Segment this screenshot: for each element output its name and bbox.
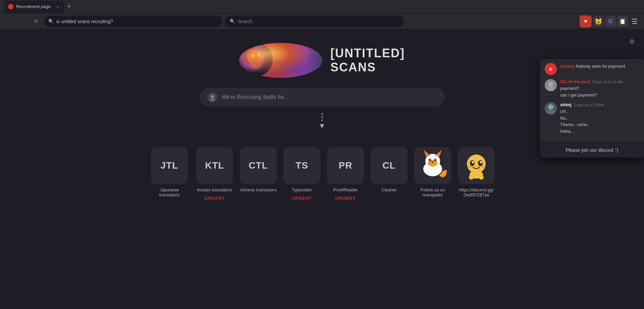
scroll-arrow: ▼ [318,113,326,130]
browser-tab-bar: Recruitment page × + [0,0,644,13]
role-label-mangadex: Follow us onmangadex [421,187,445,197]
address-bar[interactable]: 🔍 is untitled scans recruiting? [44,16,222,27]
mangadex-icon [414,147,451,184]
address-text: is untitled scans recruiting? [56,19,113,24]
gear-icon: ⚙ [629,38,635,45]
msg-text-2a: payment? [560,85,639,92]
menu-button[interactable]: ☰ [629,16,640,27]
svg-point-33 [548,82,553,86]
svg-point-2 [251,56,264,66]
recruiting-bar[interactable]: We're Recruiting Staffs for... [200,88,444,107]
msg-content-2: OG of the past Today at 11:29 AM payment… [560,79,639,98]
msg-username-1: oshimj [560,64,574,69]
server-avatar [239,43,322,78]
discord-popup: o oshimj Nobody asks for payment [540,59,644,158]
role-card-ctl[interactable]: CTL chinese translators [240,147,277,201]
svg-point-26 [481,165,485,168]
role-icon-mangadex [414,147,451,184]
role-card-jtl[interactable]: JTL Japanese translators [149,147,190,201]
message-row-3: shimj Today at 11:29 AM Uh... No.. There… [545,102,639,134]
extension-icon: 📋 [619,18,626,24]
role-label-jtl: Japanese translators [149,187,190,197]
role-label-cl: Cleaner [381,187,397,192]
back-button[interactable]: ← [4,16,15,27]
search-placeholder: Search [238,19,253,24]
role-label-ts: Typesetter [292,187,312,192]
svg-point-7 [210,98,215,102]
main-content: ⚙ [UNTITL [0,29,644,309]
tab-title: Recruitment page [16,4,51,9]
heart-button[interactable]: ♥ [580,15,592,27]
svg-point-17 [435,159,436,160]
profile-button[interactable]: 😺 [593,16,604,27]
message-row-2: OG of the past Today at 11:29 AM payment… [545,79,639,98]
svg-point-20 [467,154,486,173]
svg-point-0 [239,43,273,76]
scroll-dot-2 [321,116,323,118]
role-icon-cl: CL [371,147,408,184]
msg-time-3: Today at 11:29 AM [574,103,604,107]
svg-point-18 [432,162,434,163]
msg-avatar-shimj [545,102,557,114]
role-card-ktl[interactable]: KTL korean translators URGENT [196,147,233,201]
role-icon-ctl: CTL [240,147,277,184]
discord-icon [458,147,495,184]
role-urgent-ktl: URGENT [205,196,225,201]
role-label-ctl: chinese translators [240,187,276,192]
msg-text-3a: Uh... [560,108,639,115]
role-icon-ts: TS [283,147,320,184]
role-urgent-ts: URGENT [292,196,312,201]
msg-username-2: OG of the past [560,79,590,84]
role-label-pr: ProofReader [333,187,358,192]
avatar-image [239,43,273,76]
svg-point-23 [472,161,474,163]
msg-header-3: shimj Today at 11:29 AM [560,102,639,107]
extension-g-button[interactable]: G [605,16,616,27]
msg-text-2b: can i get payment? [560,92,639,99]
address-search-icon: 🔍 [48,19,54,24]
role-urgent-pr: URGENT [335,196,356,201]
msg-text-3b: No.. [560,115,639,122]
popup-footer[interactable]: Please join our discord :') [540,142,644,158]
role-card-cl[interactable]: CL Cleaner [371,147,408,201]
settings-button[interactable]: ⚙ [627,36,637,47]
role-icon-pr: PR [327,147,364,184]
new-tab-button[interactable]: + [64,2,74,11]
recruiting-text: We're Recruiting Staffs for... [222,94,288,100]
refresh-button[interactable]: ↻ [31,16,42,27]
heart-icon: ♥ [584,18,587,24]
msg-text-3d: Haha... [560,128,639,135]
tab-recruitment[interactable]: Recruitment page × [4,1,64,13]
svg-point-1 [246,50,263,63]
server-title: [UNTITLED] SCANS [330,46,405,74]
g-icon: G [608,18,612,24]
search-bar[interactable]: 🔍 Search [225,16,405,27]
scroll-dots [321,113,323,121]
extension-button[interactable]: 📋 [617,16,628,27]
popup-messages: o oshimj Nobody asks for payment [540,59,644,142]
roles-section: JTL Japanese translators KTL korean tran… [149,147,495,201]
navigation-bar: ← → ↻ 🔍 is untitled scans recruiting? 🔍 … [0,13,644,29]
svg-point-4 [257,53,260,56]
role-card-ts[interactable]: TS Typesetter URGENT [283,147,320,201]
msg-content-3: shimj Today at 11:29 AM Uh... No.. There… [560,102,639,134]
msg-header-2: OG of the past Today at 11:29 AM [560,79,639,84]
role-card-pr[interactable]: PR ProofReader URGENT [327,147,364,201]
role-label-ktl: korean translators [197,187,232,192]
svg-text:o: o [549,66,552,72]
svg-point-34 [547,86,554,91]
svg-point-16 [430,159,431,160]
msg-text-1: Nobody asks for payment [576,64,625,69]
server-header: [UNTITLED] SCANS [239,43,405,78]
role-icon-ktl: KTL [196,147,233,184]
role-card-discord[interactable]: https://discord.gg/Ded5PZBTjw [458,147,495,201]
browser-actions: ♥ 😺 G 📋 ☰ [580,15,640,27]
forward-button[interactable]: → [17,16,28,27]
recruiting-avatar-image [208,92,217,102]
role-card-mangadex[interactable]: Follow us onmangadex [414,147,451,201]
recruiting-avatar [208,92,217,102]
tab-close-button[interactable]: × [55,4,60,9]
svg-point-29 [479,175,484,180]
scroll-dot-3 [321,119,323,121]
scroll-dot-1 [321,113,323,115]
